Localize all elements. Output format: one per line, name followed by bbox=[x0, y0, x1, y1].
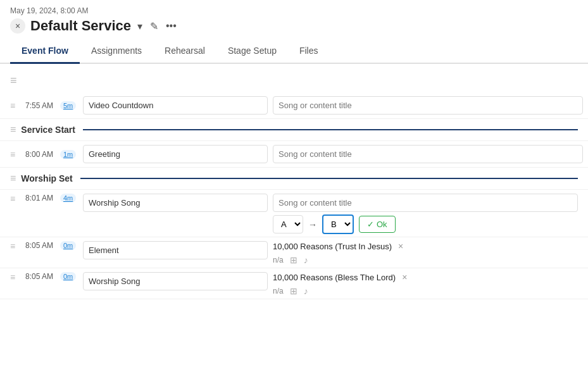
element-song-title: 10,000 Reasons (Trust In Jesus) bbox=[273, 242, 392, 251]
section-worship-set: ≡ Worship Set bbox=[0, 168, 588, 190]
item-name-input-worship-song-2[interactable] bbox=[83, 272, 268, 290]
song-title-input-greeting[interactable] bbox=[273, 145, 583, 163]
worship-song-2-meta: n/a ⊞ ♪ bbox=[273, 285, 583, 296]
music-icon[interactable]: ♪ bbox=[304, 255, 308, 265]
close-button[interactable]: × bbox=[10, 18, 25, 34]
tab-event-flow[interactable]: Event Flow bbox=[10, 39, 80, 64]
song-title-col-greeting bbox=[273, 145, 583, 163]
table-row: ≡ 8:00 AM 1m bbox=[0, 141, 588, 168]
arrangement-icon[interactable]: ⊞ bbox=[290, 255, 297, 265]
section-title-service-start: Service Start bbox=[21, 125, 75, 135]
arrangement-icon-2[interactable]: ⊞ bbox=[290, 286, 297, 296]
hamburger-icon[interactable]: ≡ bbox=[10, 74, 17, 87]
song-top-area bbox=[273, 194, 583, 212]
worship-song-2-right: 10,000 Reasons (Bless The Lord) × n/a ⊞ … bbox=[273, 272, 583, 296]
element-right: 10,000 Reasons (Trust In Jesus) × n/a ⊞ … bbox=[273, 241, 583, 265]
ellipsis-icon: ••• bbox=[166, 20, 177, 31]
event-row-video-countdown: ≡ 7:55 AM 5m bbox=[0, 92, 588, 118]
item-name-input-element[interactable] bbox=[83, 241, 268, 259]
chevron-down-icon: ▾ bbox=[137, 21, 142, 32]
close-icon: × bbox=[15, 21, 20, 31]
version-select-b[interactable]: A B C bbox=[322, 214, 354, 234]
service-dropdown-button[interactable]: ▾ bbox=[136, 19, 144, 34]
more-options-button[interactable]: ••• bbox=[165, 19, 178, 33]
worship-song-2-remove-button[interactable]: × bbox=[401, 272, 408, 282]
event-flow-content: ≡ ≡ 7:55 AM 5m ≡ Service Start ≡ bbox=[0, 64, 588, 304]
drag-handle-worship-set[interactable]: ≡ bbox=[10, 173, 16, 184]
element-song-remove-button[interactable]: × bbox=[397, 241, 404, 251]
song-title-col-video-countdown bbox=[273, 96, 583, 115]
edit-icon: ✎ bbox=[150, 21, 158, 32]
event-row-greeting: ≡ 8:00 AM 1m bbox=[0, 141, 588, 167]
item-name-input-video-countdown[interactable] bbox=[83, 96, 268, 115]
duration-element[interactable]: 0m bbox=[60, 241, 83, 250]
time-greeting: 8:00 AM bbox=[25, 150, 60, 159]
duration-badge-element[interactable]: 0m bbox=[60, 241, 76, 250]
top-bar: May 19, 2024, 8:00 AM × Default Service … bbox=[0, 0, 588, 34]
drag-handle-service-start[interactable]: ≡ bbox=[10, 124, 16, 135]
version-selector-row: A B C → A B C ✓ ✓ Ok Ok bbox=[273, 214, 583, 234]
version-select-a[interactable]: A B C bbox=[273, 215, 303, 233]
element-song-row: 10,000 Reasons (Trust In Jesus) × bbox=[273, 241, 583, 251]
section-service-start: ≡ Service Start bbox=[0, 119, 588, 141]
tab-files[interactable]: Files bbox=[288, 39, 330, 64]
time-video-countdown: 7:55 AM bbox=[25, 101, 60, 110]
item-name-col-worship-song-1 bbox=[83, 194, 273, 212]
drag-handle-worship-song-2[interactable]: ≡ bbox=[10, 272, 25, 282]
ok-button[interactable]: ✓ ✓ Ok Ok bbox=[359, 216, 396, 233]
worship-song-2-song-row: 10,000 Reasons (Bless The Lord) × bbox=[273, 272, 583, 282]
event-row-element: ≡ 8:05 AM 0m 10,000 Reasons (Trust In Je… bbox=[0, 237, 588, 268]
duration-worship-song-1[interactable]: 4m bbox=[60, 194, 83, 202]
duration-badge[interactable]: 5m bbox=[60, 101, 76, 110]
item-name-input-worship-song-1[interactable] bbox=[83, 194, 268, 212]
song-title-input-worship-song-1[interactable] bbox=[273, 194, 578, 212]
duration-badge-worship-song-2[interactable]: 0m bbox=[60, 272, 76, 281]
top-hamburger-row: ≡ bbox=[0, 69, 588, 92]
section-line-worship-set bbox=[80, 178, 578, 179]
item-name-col-element bbox=[83, 241, 273, 259]
time-worship-song-2: 8:05 AM bbox=[25, 272, 60, 281]
check-icon: ✓ bbox=[367, 220, 374, 229]
event-row-worship-song-2: ≡ 8:05 AM 0m 10,000 Reasons (Bless The L… bbox=[0, 268, 588, 299]
music-icon-2[interactable]: ♪ bbox=[304, 286, 308, 296]
item-name-col-worship-song-2 bbox=[83, 272, 273, 290]
duration-worship-song-2[interactable]: 0m bbox=[60, 272, 83, 281]
tab-rehearsal[interactable]: Rehearsal bbox=[153, 39, 216, 64]
time-worship-song-1: 8:01 AM bbox=[25, 194, 60, 202]
service-title-row: × Default Service ▾ ✎ ••• bbox=[10, 18, 578, 34]
event-row-worship-song-1: ≡ 8:01 AM 4m A B C bbox=[0, 190, 588, 237]
table-row: ≡ 8:05 AM 0m 10,000 Reasons (Bless The L… bbox=[0, 268, 588, 299]
service-title: Default Service bbox=[30, 18, 131, 34]
duration-badge-greeting[interactable]: 1m bbox=[60, 150, 76, 159]
duration-badge-worship-song-1[interactable]: 4m bbox=[60, 194, 76, 202]
drag-handle-video-countdown[interactable]: ≡ bbox=[10, 101, 25, 111]
edit-button[interactable]: ✎ bbox=[149, 19, 160, 34]
date-display: May 19, 2024, 8:00 AM bbox=[10, 6, 578, 15]
section-title-worship-set: Worship Set bbox=[21, 173, 72, 183]
drag-handle-greeting[interactable]: ≡ bbox=[10, 149, 25, 159]
element-song-meta: n/a ⊞ ♪ bbox=[273, 254, 583, 265]
worship-song-1-right: A B C → A B C ✓ ✓ Ok Ok bbox=[273, 194, 583, 234]
drag-handle-element[interactable]: ≡ bbox=[10, 241, 25, 251]
section-line-service-start bbox=[83, 129, 578, 130]
drag-handle-worship-song-1[interactable]: ≡ bbox=[10, 194, 25, 204]
worship-song-2-key: n/a bbox=[273, 287, 284, 295]
duration-greeting[interactable]: 1m bbox=[60, 150, 83, 159]
worship-song-2-title: 10,000 Reasons (Bless The Lord) bbox=[273, 273, 396, 282]
table-row: ≡ 7:55 AM 5m bbox=[0, 92, 588, 119]
song-title-input-video-countdown[interactable] bbox=[273, 96, 583, 115]
item-name-input-greeting[interactable] bbox=[83, 145, 268, 163]
item-name-col-video-countdown bbox=[83, 96, 273, 115]
tab-stage-setup[interactable]: Stage Setup bbox=[216, 39, 288, 64]
tabs-bar: Event Flow Assignments Rehearsal Stage S… bbox=[0, 39, 588, 64]
item-name-col-greeting bbox=[83, 145, 273, 163]
tab-assignments[interactable]: Assignments bbox=[80, 39, 153, 64]
table-row: ≡ 8:01 AM 4m A B C bbox=[0, 190, 588, 237]
arrow-icon: → bbox=[308, 220, 317, 230]
element-song-key: n/a bbox=[273, 256, 284, 264]
duration-video-countdown[interactable]: 5m bbox=[60, 101, 83, 110]
table-row: ≡ 8:05 AM 0m 10,000 Reasons (Trust In Je… bbox=[0, 237, 588, 268]
time-element: 8:05 AM bbox=[25, 241, 60, 250]
